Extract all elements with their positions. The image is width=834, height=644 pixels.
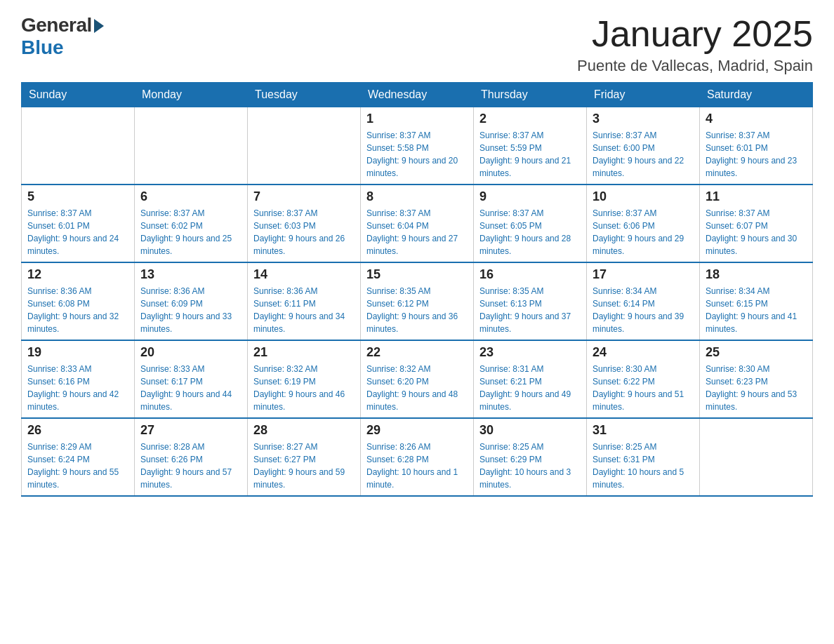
calendar-cell: 7Sunrise: 8:37 AMSunset: 6:03 PMDaylight… xyxy=(248,185,361,262)
day-number: 4 xyxy=(706,112,807,126)
day-number: 27 xyxy=(140,423,241,438)
calendar-header-wednesday: Wednesday xyxy=(361,83,474,107)
day-info: Sunrise: 8:32 AMSunset: 6:20 PMDaylight:… xyxy=(366,363,468,413)
day-number: 6 xyxy=(140,189,241,204)
calendar-week-row: 26Sunrise: 8:29 AMSunset: 6:24 PMDayligh… xyxy=(22,418,813,496)
day-info: Sunrise: 8:26 AMSunset: 6:28 PMDaylight:… xyxy=(366,441,468,491)
day-info: Sunrise: 8:37 AMSunset: 6:05 PMDaylight:… xyxy=(479,207,581,257)
calendar-cell: 2Sunrise: 8:37 AMSunset: 5:59 PMDaylight… xyxy=(474,107,587,185)
day-number: 21 xyxy=(253,345,355,360)
day-number: 24 xyxy=(593,345,694,360)
calendar-cell: 4Sunrise: 8:37 AMSunset: 6:01 PMDaylight… xyxy=(700,107,813,185)
day-number: 29 xyxy=(366,423,468,438)
day-info: Sunrise: 8:36 AMSunset: 6:08 PMDaylight:… xyxy=(27,285,128,335)
day-info: Sunrise: 8:31 AMSunset: 6:21 PMDaylight:… xyxy=(479,363,581,413)
day-info: Sunrise: 8:37 AMSunset: 6:07 PMDaylight:… xyxy=(706,207,807,257)
day-info: Sunrise: 8:37 AMSunset: 6:06 PMDaylight:… xyxy=(593,207,694,257)
day-number: 20 xyxy=(140,345,241,360)
day-number: 14 xyxy=(253,267,355,282)
day-number: 31 xyxy=(593,423,694,438)
calendar-cell xyxy=(135,107,248,185)
calendar-cell: 17Sunrise: 8:34 AMSunset: 6:14 PMDayligh… xyxy=(587,262,700,340)
day-info: Sunrise: 8:37 AMSunset: 6:01 PMDaylight:… xyxy=(706,129,807,180)
day-info: Sunrise: 8:37 AMSunset: 6:03 PMDaylight:… xyxy=(253,207,355,257)
day-info: Sunrise: 8:30 AMSunset: 6:23 PMDaylight:… xyxy=(706,363,807,413)
page-header: General Blue January 2025 Puente de Vall… xyxy=(21,14,813,75)
day-info: Sunrise: 8:37 AMSunset: 6:04 PMDaylight:… xyxy=(366,207,468,257)
calendar-header-sunday: Sunday xyxy=(22,83,135,107)
calendar-header-monday: Monday xyxy=(135,83,248,107)
logo-arrow-icon xyxy=(94,19,104,33)
day-info: Sunrise: 8:34 AMSunset: 6:14 PMDaylight:… xyxy=(593,285,694,335)
day-number: 5 xyxy=(27,189,128,204)
day-number: 28 xyxy=(253,423,355,438)
calendar-cell: 14Sunrise: 8:36 AMSunset: 6:11 PMDayligh… xyxy=(248,262,361,340)
calendar-cell: 29Sunrise: 8:26 AMSunset: 6:28 PMDayligh… xyxy=(361,418,474,496)
calendar-header-thursday: Thursday xyxy=(474,83,587,107)
day-info: Sunrise: 8:36 AMSunset: 6:11 PMDaylight:… xyxy=(253,285,355,335)
day-number: 16 xyxy=(479,267,581,282)
day-info: Sunrise: 8:35 AMSunset: 6:13 PMDaylight:… xyxy=(479,285,581,335)
calendar-cell: 19Sunrise: 8:33 AMSunset: 6:16 PMDayligh… xyxy=(22,340,135,418)
calendar-cell xyxy=(248,107,361,185)
day-info: Sunrise: 8:33 AMSunset: 6:17 PMDaylight:… xyxy=(140,363,241,413)
day-info: Sunrise: 8:27 AMSunset: 6:27 PMDaylight:… xyxy=(253,441,355,491)
calendar-header-row: SundayMondayTuesdayWednesdayThursdayFrid… xyxy=(22,83,813,107)
day-number: 23 xyxy=(479,345,581,360)
calendar-cell: 31Sunrise: 8:25 AMSunset: 6:31 PMDayligh… xyxy=(587,418,700,496)
calendar-cell: 30Sunrise: 8:25 AMSunset: 6:29 PMDayligh… xyxy=(474,418,587,496)
day-number: 25 xyxy=(706,345,807,360)
day-info: Sunrise: 8:37 AMSunset: 6:02 PMDaylight:… xyxy=(140,207,241,257)
calendar-week-row: 19Sunrise: 8:33 AMSunset: 6:16 PMDayligh… xyxy=(22,340,813,418)
logo: General Blue xyxy=(21,14,104,59)
calendar-cell: 1Sunrise: 8:37 AMSunset: 5:58 PMDaylight… xyxy=(361,107,474,185)
page-subtitle: Puente de Vallecas, Madrid, Spain xyxy=(577,57,813,75)
day-info: Sunrise: 8:30 AMSunset: 6:22 PMDaylight:… xyxy=(593,363,694,413)
calendar-cell: 12Sunrise: 8:36 AMSunset: 6:08 PMDayligh… xyxy=(22,262,135,340)
day-number: 17 xyxy=(593,267,694,282)
calendar-cell: 26Sunrise: 8:29 AMSunset: 6:24 PMDayligh… xyxy=(22,418,135,496)
calendar-cell: 23Sunrise: 8:31 AMSunset: 6:21 PMDayligh… xyxy=(474,340,587,418)
calendar-cell: 18Sunrise: 8:34 AMSunset: 6:15 PMDayligh… xyxy=(700,262,813,340)
calendar-week-row: 5Sunrise: 8:37 AMSunset: 6:01 PMDaylight… xyxy=(22,185,813,262)
day-number: 30 xyxy=(479,423,581,438)
calendar-cell xyxy=(700,418,813,496)
calendar-week-row: 12Sunrise: 8:36 AMSunset: 6:08 PMDayligh… xyxy=(22,262,813,340)
calendar-cell: 10Sunrise: 8:37 AMSunset: 6:06 PMDayligh… xyxy=(587,185,700,262)
day-info: Sunrise: 8:32 AMSunset: 6:19 PMDaylight:… xyxy=(253,363,355,413)
calendar-header-friday: Friday xyxy=(587,83,700,107)
day-number: 15 xyxy=(366,267,468,282)
calendar-cell: 21Sunrise: 8:32 AMSunset: 6:19 PMDayligh… xyxy=(248,340,361,418)
page-title: January 2025 xyxy=(577,14,813,54)
day-info: Sunrise: 8:37 AMSunset: 5:59 PMDaylight:… xyxy=(479,129,581,180)
day-number: 3 xyxy=(593,112,694,126)
day-number: 8 xyxy=(366,189,468,204)
day-number: 26 xyxy=(27,423,128,438)
logo-blue-text: Blue xyxy=(21,36,64,59)
day-number: 7 xyxy=(253,189,355,204)
calendar-cell: 6Sunrise: 8:37 AMSunset: 6:02 PMDaylight… xyxy=(135,185,248,262)
day-number: 1 xyxy=(366,112,468,126)
day-info: Sunrise: 8:25 AMSunset: 6:31 PMDaylight:… xyxy=(593,441,694,491)
day-info: Sunrise: 8:37 AMSunset: 6:00 PMDaylight:… xyxy=(593,129,694,180)
day-info: Sunrise: 8:28 AMSunset: 6:26 PMDaylight:… xyxy=(140,441,241,491)
day-number: 19 xyxy=(27,345,128,360)
calendar-cell: 5Sunrise: 8:37 AMSunset: 6:01 PMDaylight… xyxy=(22,185,135,262)
calendar-cell: 27Sunrise: 8:28 AMSunset: 6:26 PMDayligh… xyxy=(135,418,248,496)
calendar-cell: 9Sunrise: 8:37 AMSunset: 6:05 PMDaylight… xyxy=(474,185,587,262)
day-number: 13 xyxy=(140,267,241,282)
calendar-header-tuesday: Tuesday xyxy=(248,83,361,107)
day-info: Sunrise: 8:36 AMSunset: 6:09 PMDaylight:… xyxy=(140,285,241,335)
calendar-cell: 13Sunrise: 8:36 AMSunset: 6:09 PMDayligh… xyxy=(135,262,248,340)
calendar-header-saturday: Saturday xyxy=(700,83,813,107)
day-info: Sunrise: 8:34 AMSunset: 6:15 PMDaylight:… xyxy=(706,285,807,335)
calendar-cell: 25Sunrise: 8:30 AMSunset: 6:23 PMDayligh… xyxy=(700,340,813,418)
calendar-cell: 8Sunrise: 8:37 AMSunset: 6:04 PMDaylight… xyxy=(361,185,474,262)
calendar-cell: 15Sunrise: 8:35 AMSunset: 6:12 PMDayligh… xyxy=(361,262,474,340)
calendar-cell: 20Sunrise: 8:33 AMSunset: 6:17 PMDayligh… xyxy=(135,340,248,418)
calendar-cell: 11Sunrise: 8:37 AMSunset: 6:07 PMDayligh… xyxy=(700,185,813,262)
calendar-cell: 3Sunrise: 8:37 AMSunset: 6:00 PMDaylight… xyxy=(587,107,700,185)
day-info: Sunrise: 8:37 AMSunset: 5:58 PMDaylight:… xyxy=(366,129,468,180)
calendar-cell: 16Sunrise: 8:35 AMSunset: 6:13 PMDayligh… xyxy=(474,262,587,340)
calendar-cell xyxy=(22,107,135,185)
